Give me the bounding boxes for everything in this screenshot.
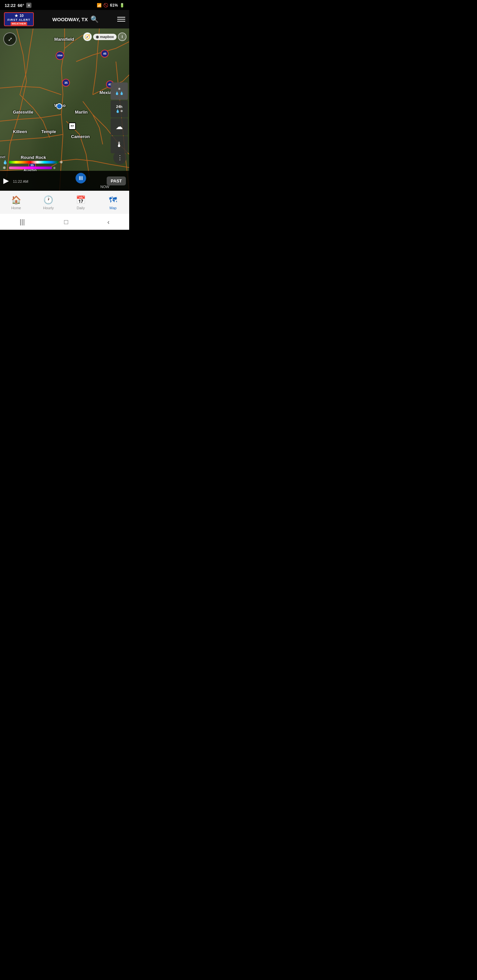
city-mansfield: Mansfield	[54, 37, 74, 42]
city-temple: Temple	[41, 129, 56, 134]
close-notification-icon[interactable]: ✕	[26, 3, 32, 8]
nav-home-label: Home	[11, 206, 21, 210]
mapbox-label: mapbox	[100, 35, 114, 39]
rain-drop-left-icon: 💧	[115, 91, 119, 95]
rain-drop-right-icon: 💧	[120, 91, 124, 95]
user-location-pin	[56, 103, 62, 109]
status-bar: 12:22 66° ✕ 📶 🚫 61% 🔋	[0, 0, 129, 10]
timeline-bar: ▶ 11:22 AM NOW PAST	[0, 171, 129, 191]
location-display: WOODWAY, TX 🔍	[52, 15, 99, 23]
layer-24h-button[interactable]: 24h 💧 ❄	[111, 100, 128, 118]
location-text: WOODWAY, TX	[52, 17, 88, 22]
legend-rain-icon: 💧	[3, 160, 8, 165]
wifi-icon: 📶	[97, 3, 102, 8]
layer-cloud-button[interactable]: ☁	[111, 118, 128, 135]
timeline-now-label: NOW	[101, 185, 109, 189]
layer-temperature-button[interactable]: 🌡	[111, 136, 128, 153]
map-area[interactable]: ⤢ 🧭 ◉ mapbox i Mansfield Waco Gatesville…	[0, 29, 129, 191]
home-sys-button[interactable]: □	[64, 218, 68, 226]
status-time: 12:22	[5, 3, 16, 8]
cloud-icon: ☁	[116, 123, 123, 131]
calendar-icon: 📅	[76, 195, 86, 205]
city-killeen: Killeen	[13, 129, 27, 134]
app-header: ★ 10 FIRST ALERT WEATHER WOODWAY, TX 🔍	[0, 10, 129, 29]
logo-alert-text: FIRST ALERT	[7, 18, 30, 22]
logo-weather-text: WEATHER	[11, 22, 27, 25]
legend-snow-end-icon: ❄	[53, 166, 56, 170]
highway-35: 35	[62, 79, 70, 87]
bottom-navigation: 🏠 Home 🕐 Hourly 📅 Daily 🗺 Map	[0, 191, 129, 214]
search-icon[interactable]: 🔍	[91, 15, 99, 23]
legend-snow-icon: ❄	[60, 160, 65, 165]
thermometer-icon: 🌡	[116, 140, 123, 149]
app-logo[interactable]: ★ 10 FIRST ALERT WEATHER	[4, 12, 34, 26]
recent-apps-button[interactable]: |||	[19, 218, 25, 226]
back-button[interactable]: ‹	[107, 218, 110, 226]
nav-hourly[interactable]: 🕐 Hourly	[32, 195, 65, 210]
layer-rain-snow-button[interactable]: ❄ 💧 💧	[111, 83, 128, 100]
highway-35w: 35W	[56, 51, 64, 60]
logo-channel: 10	[19, 14, 24, 18]
timeline-start-time: 11:22 AM	[13, 180, 28, 183]
city-net: net	[0, 155, 6, 159]
map-legend: 💧 ❄ ❄ ❄	[3, 160, 65, 170]
menu-button[interactable]	[117, 17, 125, 22]
home-icon: 🏠	[11, 195, 21, 205]
legend-precipitation-gradient	[9, 161, 59, 164]
nav-home[interactable]: 🏠 Home	[0, 195, 32, 210]
expand-icon: ⤢	[8, 36, 12, 42]
map-background: ⤢ 🧭 ◉ mapbox i Mansfield Waco Gatesville…	[0, 29, 129, 191]
snow-icon: ❄	[120, 109, 123, 113]
map-info-button[interactable]: i	[118, 32, 126, 41]
signal-block-icon: 🚫	[103, 3, 108, 8]
info-icon: i	[121, 35, 123, 39]
city-marlin: Marlin	[75, 110, 88, 115]
timeline-thumb[interactable]	[75, 173, 86, 183]
highway-77: 77	[69, 123, 76, 130]
compass-icon: 🧭	[83, 32, 92, 41]
city-cameron: Cameron	[71, 134, 90, 139]
thumb-lines-icon	[79, 176, 83, 180]
map-attribution: 🧭 ◉ mapbox i	[83, 32, 126, 41]
mapbox-logo: ◉ mapbox	[93, 34, 116, 40]
more-dots-icon: ⋮	[117, 154, 123, 161]
layer-24h-label: 24h	[116, 105, 123, 108]
legend-snow2-icon: ❄	[3, 165, 8, 170]
expand-map-button[interactable]: ⤢	[3, 32, 17, 46]
nav-daily[interactable]: 📅 Daily	[65, 195, 97, 210]
logo-star-icon: ★	[14, 13, 19, 18]
nav-map-label: Map	[110, 206, 116, 210]
nav-daily-label: Daily	[77, 206, 85, 210]
more-options-button[interactable]: ⋮	[113, 151, 126, 164]
map-icon: 🗺	[109, 195, 117, 205]
battery-icon: 🔋	[120, 3, 124, 8]
nav-map[interactable]: 🗺 Map	[97, 195, 129, 210]
past-button[interactable]: PAST	[107, 177, 126, 185]
battery-level: 61%	[110, 3, 118, 8]
nav-hourly-label: Hourly	[43, 206, 54, 210]
system-navigation: ||| □ ‹	[0, 214, 129, 230]
city-roundrock: Round Rock	[21, 155, 46, 160]
legend-snow-gradient	[9, 167, 52, 169]
snowflake-icon: ❄	[118, 87, 121, 91]
drop-icon: 💧	[116, 109, 120, 113]
highway-45a: 45	[101, 50, 108, 57]
layer-panel: ❄ 💧 💧 24h 💧 ❄ ☁ 🌡	[111, 83, 128, 153]
city-mexia: Mexia	[99, 90, 111, 95]
play-button[interactable]: ▶	[3, 177, 9, 185]
clock-icon: 🕐	[43, 195, 53, 205]
city-gatesville: Gatesville	[13, 110, 33, 115]
status-temp: 66°	[18, 3, 24, 8]
